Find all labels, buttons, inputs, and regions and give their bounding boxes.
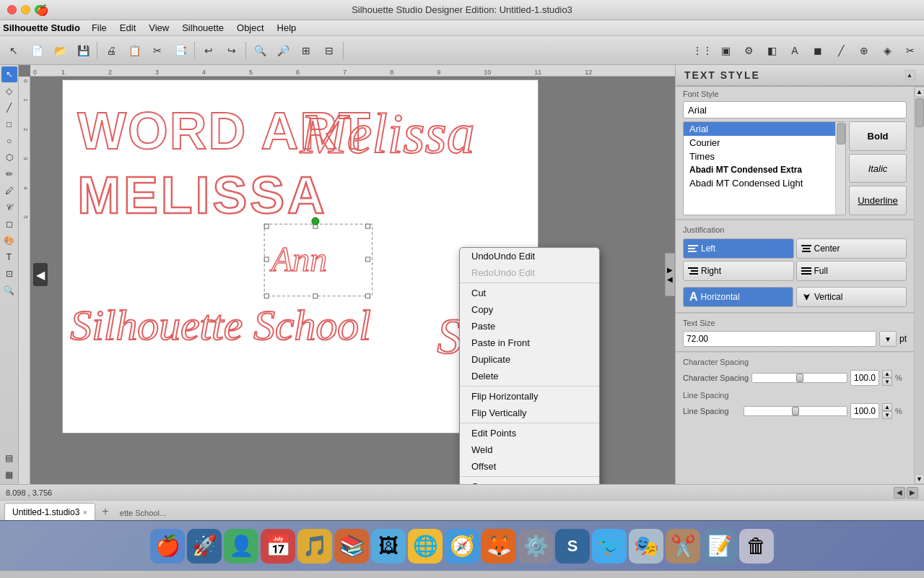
close-button[interactable] <box>7 5 17 14</box>
font-search-input[interactable] <box>688 105 902 116</box>
tab-untitled[interactable]: Untitled-1.studio3 × <box>4 503 95 520</box>
pencil-tool[interactable]: ✏ <box>1 166 17 182</box>
polygon-tool[interactable]: ⬡ <box>1 150 17 165</box>
ellipse-tool[interactable]: ○ <box>1 133 17 149</box>
print2-btn[interactable]: 📋 <box>123 40 145 61</box>
crop-tool[interactable]: ⊡ <box>1 266 17 282</box>
panel-scroll-down-btn[interactable]: ▼ <box>915 474 925 484</box>
dock-books[interactable]: 📚 <box>334 529 369 564</box>
text-size-input[interactable] <box>683 331 876 347</box>
zoom-tool[interactable]: 🔍 <box>1 282 17 298</box>
cut-btn[interactable]: ✂ <box>147 40 168 61</box>
ctx-copy[interactable]: Copy <box>460 301 599 318</box>
dock-contacts[interactable]: 👤 <box>224 529 258 564</box>
new-btn[interactable]: 📄 <box>26 40 48 61</box>
just-right-btn[interactable]: Right <box>683 261 794 281</box>
line-btn[interactable]: ╱ <box>830 40 852 61</box>
zoom-sel-btn[interactable]: ⊟ <box>318 40 340 61</box>
text-btn[interactable]: A <box>784 40 806 61</box>
font-list-scrollbar[interactable] <box>835 122 845 215</box>
ctx-offset[interactable]: Offset <box>460 458 599 475</box>
dir-vertical-btn[interactable]: ➤ Vertical <box>796 287 907 307</box>
line-spacing-slider[interactable] <box>744 406 847 416</box>
font-item-arial[interactable]: Arial <box>684 122 835 136</box>
menu-view[interactable]: View <box>143 21 175 35</box>
ctx-group[interactable]: Group <box>460 478 599 484</box>
char-spacing-down[interactable]: ▼ <box>882 378 892 386</box>
cut2-btn[interactable]: ✂ <box>899 40 921 61</box>
dock-music[interactable]: 🎵 <box>297 529 332 564</box>
minimize-button[interactable] <box>21 5 30 14</box>
ctx-flip-h[interactable]: Flip Horizontally <box>460 388 599 405</box>
node-tool[interactable]: ◇ <box>1 83 17 99</box>
bold-button[interactable]: Bold <box>849 121 907 151</box>
just-left-btn[interactable]: Left <box>683 238 794 259</box>
italic-button[interactable]: Italic <box>849 154 907 184</box>
panel-collapse-btn[interactable]: ▲ <box>905 70 915 80</box>
new-tab-btn[interactable]: + <box>98 504 113 519</box>
ctx-paste[interactable]: Paste <box>460 318 599 335</box>
ctx-undo[interactable]: UndoUndo Edit <box>460 248 599 264</box>
nav-right-btn[interactable]: ▶ <box>907 487 918 499</box>
zoom-out-btn[interactable]: 🔍 <box>249 40 271 61</box>
panel-toggle-2[interactable]: ▦ <box>1 467 17 483</box>
fill-btn[interactable]: ◼ <box>807 40 829 61</box>
line-spacing-down[interactable]: ▼ <box>882 411 892 419</box>
settings-btn[interactable]: ⚙ <box>738 40 759 61</box>
dock-app3[interactable]: ✂️ <box>666 529 700 564</box>
ctx-paste-front[interactable]: Paste in Front <box>460 335 599 351</box>
scroll-left-btn[interactable]: ◀ <box>33 263 48 286</box>
panel-expand-btn[interactable]: ▶ ◀ <box>665 253 675 296</box>
dock-app2[interactable]: 🎭 <box>629 529 663 564</box>
dock-launchpad[interactable]: 🚀 <box>187 529 222 564</box>
rect-tool[interactable]: □ <box>1 116 17 132</box>
text-tool[interactable]: T <box>1 249 17 265</box>
dock-finder[interactable]: 🍎 <box>150 529 185 564</box>
font-item-courier[interactable]: Courier <box>684 136 835 150</box>
char-spacing-slider[interactable] <box>751 373 847 383</box>
ctx-weld[interactable]: Weld <box>460 441 599 458</box>
panel-scroll-up-btn[interactable]: ▲ <box>915 87 925 97</box>
char-spacing-up[interactable]: ▲ <box>882 370 892 378</box>
group-btn[interactable]: ▣ <box>715 40 736 61</box>
menu-silhouette[interactable]: Silhouette <box>176 21 230 35</box>
zoom-fit-btn[interactable]: ⊞ <box>295 40 317 61</box>
ctx-duplicate[interactable]: Duplicate <box>460 351 599 368</box>
layers-btn[interactable]: ◧ <box>761 40 783 61</box>
ctx-cut[interactable]: Cut <box>460 285 599 301</box>
print-btn[interactable]: 🖨 <box>100 40 122 61</box>
dock-silhouette[interactable]: S <box>555 529 590 564</box>
tab-close-btn[interactable]: × <box>82 508 87 517</box>
trace-btn[interactable]: ◈ <box>876 40 898 61</box>
font-item-abadi-extra[interactable]: Abadi MT Condensed Extra <box>684 163 835 176</box>
char-spacing-input[interactable] <box>850 370 879 386</box>
align-btn[interactable]: ⋮⋮ <box>692 40 713 61</box>
font-item-times[interactable]: Times <box>684 150 835 163</box>
dock-safari[interactable]: 🧭 <box>445 529 479 564</box>
dir-horizontal-btn[interactable]: A Horizontal <box>683 287 793 307</box>
line-draw-tool[interactable]: ╱ <box>1 100 17 116</box>
line-spacing-up[interactable]: ▲ <box>882 403 892 411</box>
just-center-btn[interactable]: Center <box>796 238 907 259</box>
just-full-btn[interactable]: Full <box>796 261 907 281</box>
save-btn[interactable]: 💾 <box>72 40 94 61</box>
replicate-btn[interactable]: ⊕ <box>853 40 875 61</box>
panel-scroll-thumb[interactable] <box>915 98 924 127</box>
dock-firefox[interactable]: 🦊 <box>481 529 516 564</box>
pointer-tool[interactable]: ↖ <box>3 40 25 61</box>
calligraphy-tool[interactable]: 𝒞 <box>1 199 17 215</box>
nav-left-btn[interactable]: ◀ <box>894 487 905 499</box>
ctx-edit-pts[interactable]: Edit Points <box>460 425 599 441</box>
menu-file[interactable]: File <box>86 21 113 35</box>
copy-btn[interactable]: 📑 <box>170 40 191 61</box>
dock-twitter[interactable]: 🐦 <box>592 529 627 564</box>
panel-toggle-1[interactable]: ▤ <box>1 450 17 466</box>
dock-app4[interactable]: 📝 <box>702 529 737 564</box>
redo-btn[interactable]: ↪ <box>221 40 243 61</box>
dock-trash[interactable]: 🗑 <box>739 529 774 564</box>
ctx-flip-v[interactable]: Flip Vertically <box>460 405 599 421</box>
eraser-tool[interactable]: ◻ <box>1 216 17 232</box>
undo-btn[interactable]: ↩ <box>198 40 219 61</box>
open-btn[interactable]: 📂 <box>49 40 71 61</box>
font-scrollbar-thumb[interactable] <box>837 123 845 144</box>
